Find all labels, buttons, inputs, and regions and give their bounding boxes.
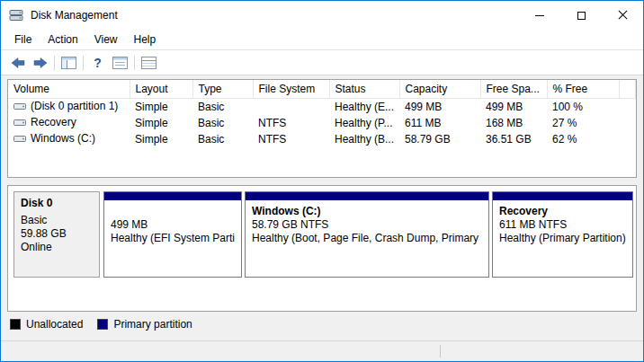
help-button[interactable]: ? [86, 53, 109, 73]
volume-drive-icon [13, 133, 26, 146]
partition-windows-c[interactable]: Windows (C:) 58.79 GB NTFS Healthy (Boot… [245, 191, 489, 278]
statusbar [1, 340, 643, 361]
statusbar-divider [440, 345, 441, 358]
partition-recovery[interactable]: Recovery 611 MB NTFS Healthy (Primary Pa… [492, 191, 633, 278]
show-console-tree-icon [61, 57, 76, 69]
column-percent-free[interactable]: % Free [547, 80, 619, 98]
partition-efi-system[interactable]: 499 MB Healthy (EFI System Partiti [103, 191, 242, 278]
disk0-header[interactable]: Disk 0 Basic 59.88 GB Online [13, 191, 100, 278]
maximize-button[interactable] [560, 1, 602, 30]
cell-type: Basic [192, 98, 253, 115]
partition-status: Healthy (Primary Partition) [499, 232, 626, 245]
volume-name: Recovery [31, 116, 76, 128]
toolbar-separator [54, 56, 55, 70]
legend-label-unallocated: Unallocated [26, 318, 83, 331]
cell-type: Basic [192, 115, 253, 131]
cell-file-system [253, 98, 329, 115]
partition-body: 499 MB Healthy (EFI System Partiti [104, 200, 241, 245]
primary-partition-bar [104, 192, 241, 200]
menubar: File Action View Help [1, 30, 643, 50]
volumes-table: Volume Layout Type File System Status Ca… [8, 80, 636, 147]
back-icon [11, 57, 25, 69]
column-file-system[interactable]: File System [253, 80, 329, 98]
volumes-header-row: Volume Layout Type File System Status Ca… [8, 80, 636, 98]
volume-row-efi[interactable]: (Disk 0 partition 1) Simple Basic Health… [8, 98, 636, 115]
cell-volume: Windows (C:) [8, 131, 130, 147]
volume-name: Windows (C:) [31, 132, 95, 145]
help-icon: ? [94, 57, 102, 69]
legend-label-primary-partition: Primary partition [113, 318, 192, 331]
cell-status: Healthy (B... [329, 131, 399, 147]
forward-icon [33, 57, 48, 69]
partition-title [111, 205, 235, 218]
disk-graphical-panel: Disk 0 Basic 59.88 GB Online 499 MB Heal… [7, 185, 637, 312]
primary-partition-bar [493, 192, 632, 200]
minimize-button[interactable] [519, 1, 560, 30]
properties-window-icon [112, 57, 128, 69]
toolbar-separator [134, 56, 135, 70]
cell-file-system: NTFS [253, 115, 329, 131]
cell-capacity: 58.79 GB [399, 131, 480, 147]
volume-row-recovery[interactable]: Recovery Simple Basic NTFS Healthy (P...… [8, 115, 636, 131]
menu-help[interactable]: Help [126, 31, 165, 49]
toolbar-separator [83, 56, 84, 70]
titlebar[interactable]: Disk Management [1, 1, 643, 30]
column-free-space[interactable]: Free Spa... [480, 80, 547, 98]
cell-filler [619, 98, 636, 115]
primary-partition-bar [246, 192, 488, 200]
partition-size: 499 MB [111, 218, 235, 232]
window-title: Disk Management [31, 9, 118, 22]
details-view-button[interactable] [138, 53, 160, 73]
cell-free-space: 499 MB [480, 98, 547, 115]
partition-size: 58.79 GB NTFS [252, 218, 482, 232]
menu-file[interactable]: File [6, 31, 40, 49]
cell-layout: Simple [130, 131, 192, 147]
details-view-icon [141, 57, 157, 69]
primary-partition-swatch-icon [97, 319, 108, 330]
unallocated-swatch-icon [10, 319, 21, 330]
show-console-tree-button[interactable] [58, 53, 80, 73]
volume-name: (Disk 0 partition 1) [31, 100, 118, 112]
column-volume[interactable]: Volume [8, 80, 130, 98]
close-button[interactable] [602, 1, 643, 30]
cell-free-space: 36.51 GB [480, 131, 547, 147]
volumes-panel: Volume Layout Type File System Status Ca… [7, 79, 637, 178]
main-content: Volume Layout Type File System Status Ca… [1, 75, 643, 340]
volume-drive-icon [13, 101, 26, 114]
disk-size: 59.88 GB [21, 227, 93, 241]
back-button[interactable] [6, 53, 29, 73]
column-layout[interactable]: Layout [130, 80, 192, 98]
disk-management-window: Disk Management File Action View Help [0, 0, 644, 362]
menu-action[interactable]: Action [40, 31, 85, 49]
column-type[interactable]: Type [192, 80, 253, 98]
partition-body: Recovery 611 MB NTFS Healthy (Primary Pa… [493, 200, 632, 245]
cell-file-system: NTFS [253, 131, 329, 147]
partition-title: Windows (C:) [252, 205, 482, 218]
column-status[interactable]: Status [329, 80, 399, 98]
partition-size: 611 MB NTFS [499, 218, 626, 232]
column-capacity[interactable]: Capacity [399, 80, 480, 98]
cell-capacity: 611 MB [399, 115, 480, 131]
disk-status: Online [21, 241, 93, 254]
forward-button[interactable] [29, 53, 51, 73]
properties-button[interactable] [109, 53, 131, 73]
cell-volume: Recovery [8, 115, 130, 131]
cell-status: Healthy (E... [329, 98, 399, 115]
cell-filler [619, 115, 636, 131]
volume-drive-icon [13, 117, 26, 130]
minimize-icon [535, 15, 544, 16]
cell-percent-free: 27 % [547, 115, 619, 131]
cell-status: Healthy (P... [329, 115, 399, 131]
window-controls [519, 1, 643, 30]
cell-layout: Simple [130, 115, 192, 131]
cell-layout: Simple [130, 98, 192, 115]
legend: Unallocated Primary partition [7, 313, 637, 335]
cell-capacity: 499 MB [399, 98, 480, 115]
cell-percent-free: 62 % [547, 131, 619, 147]
volume-row-windows-c[interactable]: Windows (C:) Simple Basic NTFS Healthy (… [8, 131, 636, 147]
partition-status: Healthy (EFI System Partiti [111, 232, 235, 245]
partition-body: Windows (C:) 58.79 GB NTFS Healthy (Boot… [246, 200, 488, 245]
menu-view[interactable]: View [86, 31, 126, 49]
disk0-row: Disk 0 Basic 59.88 GB Online 499 MB Heal… [13, 191, 631, 278]
disk-type: Basic [21, 214, 93, 227]
